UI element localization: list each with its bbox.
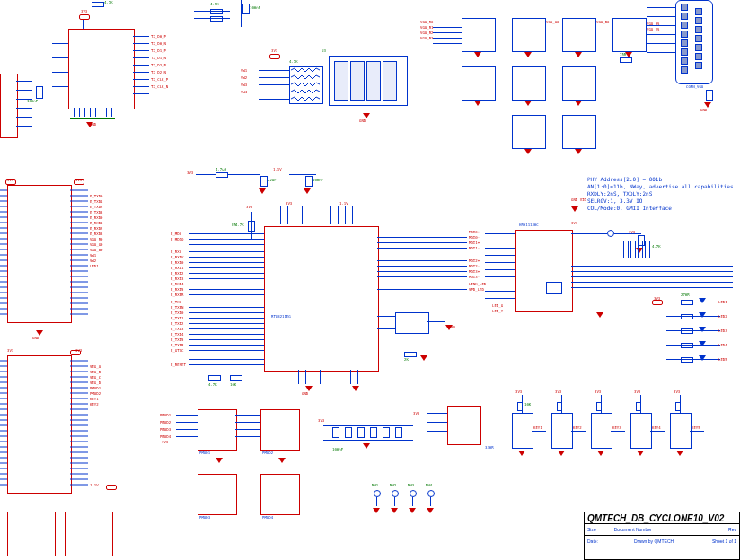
pmod4: PMOD4: [262, 515, 273, 520]
phy-txen: E_TXEN: [171, 305, 183, 310]
vga-vs: VGA_VS: [647, 27, 659, 31]
rj45-jack: [515, 230, 573, 312]
c-top1: 100nF: [250, 5, 260, 10]
l-main: 4.7uH: [216, 167, 226, 171]
title-sheet: Sheet 1 of 1: [712, 538, 736, 544]
mdi1n: MDI1-: [469, 246, 480, 250]
main-ic-ref: U5: [232, 223, 236, 227]
mdi2n: MDI2-: [469, 264, 480, 268]
mdi3n: MDI3-: [469, 275, 480, 279]
title-block: QMTECH_DB_CYCLONE10_V02 Size Document Nu…: [584, 512, 740, 560]
mh2-l: MH2: [390, 483, 396, 487]
xtal-25mhz: [395, 312, 429, 334]
small-led-block: [447, 406, 481, 445]
j2-net3: SEG_C: [90, 375, 101, 380]
cfg-3v3: 3V3: [629, 230, 635, 234]
phy-gtxc: E_GTXC: [171, 348, 183, 353]
phy-txd2: E_TXD2: [171, 321, 183, 326]
k4-3v3: 3V3: [634, 389, 640, 394]
pmod-ju1: [198, 409, 237, 451]
r-top1: 4.7K: [210, 2, 219, 6]
r-key: 10K: [524, 402, 531, 407]
title-text: QMTECH_DB_CYCLONE10_V02: [585, 512, 739, 523]
vga-r0: VGA_R0: [420, 20, 433, 24]
rj-ledg: LED_G: [492, 303, 503, 308]
rb-led: 330R: [485, 445, 494, 450]
title-size: Size: [587, 527, 596, 532]
header-j3: [7, 512, 56, 556]
pmod3: PMOD3: [199, 515, 210, 520]
phy-mdc: E_MDC: [171, 232, 181, 236]
phy-rxd3: E_RXD3: [171, 276, 183, 281]
ic-tl-pin-3: TX_D1_P: [151, 48, 166, 53]
dip-sw1: [334, 61, 348, 101]
av3v3: 3V3: [187, 171, 193, 175]
j1-net11: VGA_B0: [90, 248, 102, 252]
dip-sw2: [350, 61, 365, 101]
r-4k7-tl: 4.7K: [104, 0, 113, 4]
key-sw4: [630, 413, 652, 449]
phy-rxer: E_RXER: [171, 293, 183, 297]
ic-tl-pin-4: TX_D1_N: [151, 56, 166, 60]
annot-phyaddr: PHY Address[2:0] = 001b: [587, 176, 662, 183]
mdi0n: MDI0-: [469, 235, 480, 240]
vga-b3-block: [562, 115, 596, 149]
pm-net3: PMOD3: [160, 427, 171, 432]
dip-gnd: GND: [359, 118, 366, 123]
c-main1: 22uF: [268, 178, 277, 182]
vga-g0: VGA_G0: [546, 20, 559, 24]
vga-conn-ref: CONN_VGA: [686, 84, 703, 89]
vga-gnd: GND: [700, 108, 707, 112]
j2-net7: KEY1: [90, 397, 99, 401]
mh4-l: MH4: [426, 483, 432, 487]
j2-net8: KEY2: [90, 402, 99, 407]
j2-net6: PMOD2: [90, 391, 101, 396]
pull-3v3: 3V3: [246, 205, 252, 209]
phy-txd4: E_TXD4: [171, 332, 183, 337]
key4-net: KEY4: [652, 425, 661, 430]
title-rev: Rev: [728, 527, 736, 532]
led0: LINK_LED: [469, 282, 486, 286]
annot-rxdly: RXDLY:2nS, TXDLY:2nS: [587, 190, 652, 197]
mdi2p: MDI2+: [469, 258, 480, 263]
j2-net5: PMOD1: [90, 386, 101, 390]
phy-txd1: E_TXD1: [171, 316, 183, 320]
mh4: [427, 490, 435, 497]
pmod1: PMOD1: [199, 451, 210, 455]
vga-r-block: [462, 18, 496, 52]
c-main2: 100nF: [313, 178, 323, 182]
key5-net: KEY5: [692, 425, 700, 430]
r-rst2: 10K: [230, 382, 236, 387]
rj-3v3: 3V3: [571, 221, 577, 225]
caparr-val: 100nF: [332, 447, 343, 451]
pmod-ju3: [198, 474, 237, 515]
j1-net10: VGA_G0: [90, 242, 102, 247]
r-pull: 4.7K: [235, 223, 244, 227]
phy-gnd1: GND: [302, 391, 308, 396]
vga-r2-block: [462, 66, 496, 101]
r-led: 270R: [681, 293, 690, 297]
k2-3v3: 3V3: [555, 389, 561, 394]
mh3-l: MH3: [408, 483, 414, 487]
r75-vga: 75R: [620, 52, 626, 57]
pmod-ju2: [260, 409, 300, 451]
led1: SPD_LED: [469, 287, 484, 292]
caparr-3v3: 3V3: [318, 418, 324, 423]
phy-txc: E_TXC: [171, 300, 181, 304]
j1-net1: E_TXD0: [90, 194, 102, 198]
r-rst1: 4.7K: [208, 382, 217, 387]
vga-r3: VGA_R3: [420, 36, 433, 40]
j2-net2: SEG_B: [90, 370, 101, 374]
vga-g2-block: [512, 66, 546, 101]
mdi0p: MDI0+: [469, 230, 480, 234]
led-net4: LED4: [718, 343, 727, 347]
key-sw3: [591, 413, 612, 449]
phy-rxd5: E_RXD5: [171, 287, 183, 292]
dip-sw4: [383, 61, 397, 101]
ic-tl-pin-1: TX_D0_P: [151, 34, 166, 39]
pm-net2: PMOD2: [160, 420, 171, 424]
pmod-ju4: [260, 474, 300, 515]
key3-net: KEY3: [612, 425, 621, 430]
j2-1v1: 1.1V: [90, 483, 99, 487]
ic-tl-pin-8: TX_CLK_N: [151, 84, 168, 89]
